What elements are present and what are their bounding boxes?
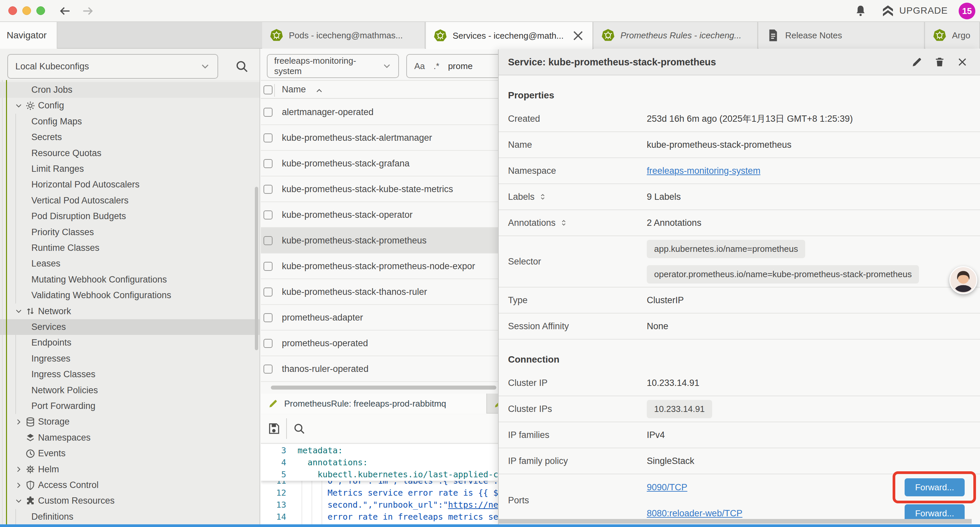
sidebar-item-access-control[interactable]: Access Control	[0, 477, 260, 493]
forward-button[interactable]: Forward...	[905, 478, 965, 496]
tab-services-icecheng-math[interactable]: Services - icecheng@math...	[426, 22, 593, 49]
row-checkbox[interactable]	[264, 185, 272, 194]
table-row[interactable]: kube-prometheus-stack-alertmanager	[261, 125, 498, 151]
clock-icon	[25, 449, 35, 459]
sidebar-item-resource-quotas[interactable]: Resource Quotas	[0, 145, 260, 161]
row-checkbox[interactable]	[264, 262, 272, 271]
row-checkbox[interactable]	[264, 236, 272, 245]
property-row-session-affinity: Session AffinityNone	[499, 314, 980, 339]
editor-search-icon[interactable]	[293, 422, 305, 435]
sidebar-item-horizontal-pod-autoscalers[interactable]: Horizontal Pod Autoscalers	[0, 177, 260, 193]
chevron-right-icon[interactable]	[15, 465, 23, 473]
sidebar-item-network[interactable]: Network	[0, 304, 260, 319]
table-row[interactable]: kube-prometheus-stack-prometheus	[261, 228, 498, 253]
port-link[interactable]: 9090/TCP	[647, 482, 687, 493]
sidebar-item-priority-classes[interactable]: Priority Classes	[0, 224, 260, 240]
navigator-panel-tab[interactable]: Navigator	[0, 22, 57, 49]
sidebar-item-validating-webhook-configurations[interactable]: Validating Webhook Configurations	[0, 288, 260, 303]
sidebar-item-ingress-classes[interactable]: Ingress Classes	[0, 366, 260, 382]
table-row[interactable]: thanos-ruler-operated	[261, 356, 498, 382]
table-row[interactable]: kube-prometheus-stack-prometheus-node-ex…	[261, 253, 498, 279]
close-drawer-icon[interactable]	[957, 56, 968, 68]
editor-tab-prometheusrule[interactable]: PrometheusRule: freeleaps-prod-rabbitmq	[261, 393, 487, 414]
back-arrow-icon[interactable]	[59, 5, 72, 18]
delete-resource-icon[interactable]	[934, 56, 945, 68]
sidebar-item-cron-jobs[interactable]: Cron Jobs	[0, 82, 260, 98]
sidebar-item-events[interactable]: Events	[0, 446, 260, 461]
sidebar-item-port-forwarding[interactable]: Port Forwarding	[0, 398, 260, 414]
kubeconfig-selector[interactable]: Local Kubeconfigs	[7, 54, 218, 79]
row-checkbox[interactable]	[264, 339, 272, 348]
yaml-editor[interactable]: 110","for":"1m","labels":{"service":"f12…	[261, 444, 498, 524]
sidebar-item-mutating-webhook-configurations[interactable]: Mutating Webhook Configurations	[0, 272, 260, 288]
table-row[interactable]: prometheus-operated	[261, 331, 498, 356]
sidebar-item-helm[interactable]: Helm	[0, 462, 260, 477]
table-horizontal-scrollbar[interactable]	[271, 385, 496, 390]
sidebar-scrollbar[interactable]	[255, 187, 258, 350]
row-checkbox[interactable]	[264, 210, 272, 220]
namespace-selector[interactable]: freeleaps-monitoring-system	[267, 54, 399, 78]
chevron-right-icon[interactable]	[15, 481, 23, 489]
sidebar-item-pod-disruption-budgets[interactable]: Pod Disruption Budgets	[0, 209, 260, 224]
sidebar-item-vertical-pod-autoscalers[interactable]: Vertical Pod Autoscalers	[0, 193, 260, 209]
row-checkbox[interactable]	[264, 313, 272, 322]
chevron-right-icon[interactable]	[15, 418, 23, 426]
sidebar-item-ingresses[interactable]: Ingresses	[0, 351, 260, 366]
tab-pods-icecheng-mathmas[interactable]: Pods - icecheng@mathmas...	[262, 22, 425, 49]
table-row[interactable]: kube-prometheus-stack-grafana	[261, 151, 498, 177]
sidebar-item-namespaces[interactable]: Namespaces	[0, 430, 260, 446]
row-checkbox[interactable]	[264, 134, 272, 142]
notification-count-badge[interactable]: 15	[959, 3, 975, 19]
forward-arrow-icon[interactable]	[81, 5, 94, 18]
edit-resource-icon[interactable]	[911, 56, 923, 68]
sidebar-item-custom-resources[interactable]: Custom Resources	[0, 493, 260, 509]
regex-toggle[interactable]: .*	[434, 61, 439, 72]
sidebar-item-endpoints[interactable]: Endpoints	[0, 335, 260, 350]
sidebar-item-secrets[interactable]: Secrets	[0, 129, 260, 145]
tab-release-notes[interactable]: Release Notes	[759, 22, 924, 49]
user-avatar[interactable]	[949, 266, 977, 294]
sidebar-item-network-policies[interactable]: Network Policies	[0, 382, 260, 398]
port-link[interactable]: 8080:reloader-web/TCP	[647, 508, 743, 519]
sidebar-item-limit-ranges[interactable]: Limit Ranges	[0, 161, 260, 177]
close-icon[interactable]	[571, 29, 585, 43]
window-zoom-light[interactable]	[37, 6, 45, 15]
property-value-link[interactable]: freeleaps-monitoring-system	[647, 166, 760, 176]
select-all-checkbox[interactable]	[264, 85, 272, 94]
sort-ascending-icon[interactable]	[315, 87, 323, 95]
row-checkbox[interactable]	[264, 365, 272, 374]
row-checkbox[interactable]	[264, 288, 272, 296]
table-row[interactable]: prometheus-adapter	[261, 305, 498, 331]
sidebar-search-icon[interactable]	[235, 59, 249, 73]
row-checkbox[interactable]	[264, 159, 272, 168]
tab-argo-se[interactable]: Argo Se	[925, 22, 980, 49]
chevron-down-icon[interactable]	[15, 102, 23, 110]
code-link[interactable]: https://net	[448, 500, 498, 509]
sidebar-item-config[interactable]: Config	[0, 98, 260, 113]
drawer-horizontal-scrollbar[interactable]	[498, 519, 972, 524]
table-row[interactable]: kube-prometheus-stack-kube-state-metrics	[261, 177, 498, 202]
sort-icon[interactable]	[539, 193, 547, 201]
table-search-input[interactable]: Aa .* prome	[406, 54, 506, 78]
upgrade-button[interactable]: UPGRADE	[881, 4, 948, 18]
sidebar-item-storage[interactable]: Storage	[0, 414, 260, 430]
chevron-down-icon[interactable]	[15, 497, 23, 505]
window-minimize-light[interactable]	[22, 6, 31, 15]
row-checkbox[interactable]	[264, 108, 272, 117]
tab-prometheus-rules-icecheng[interactable]: Prometheus Rules - icecheng...	[594, 22, 758, 49]
sidebar-item-services[interactable]: Services	[0, 319, 260, 335]
sidebar-item-runtime-classes[interactable]: Runtime Classes	[0, 240, 260, 256]
table-row[interactable]: kube-prometheus-stack-thanos-ruler	[261, 279, 498, 305]
table-row[interactable]: alertmanager-operated	[261, 99, 498, 125]
save-icon[interactable]	[267, 422, 280, 435]
match-case-toggle[interactable]: Aa	[414, 61, 425, 72]
table-row[interactable]: kube-prometheus-stack-operator	[261, 202, 498, 228]
sidebar-item-leases[interactable]: Leases	[0, 256, 260, 272]
sort-icon[interactable]	[560, 219, 568, 227]
window-close-light[interactable]	[8, 6, 17, 15]
sidebar-item-definitions[interactable]: Definitions	[0, 509, 260, 525]
chevron-down-icon[interactable]	[15, 307, 23, 315]
name-column-header[interactable]: Name	[282, 84, 306, 95]
notifications-bell-icon[interactable]	[854, 4, 867, 17]
sidebar-item-config-maps[interactable]: Config Maps	[0, 114, 260, 129]
